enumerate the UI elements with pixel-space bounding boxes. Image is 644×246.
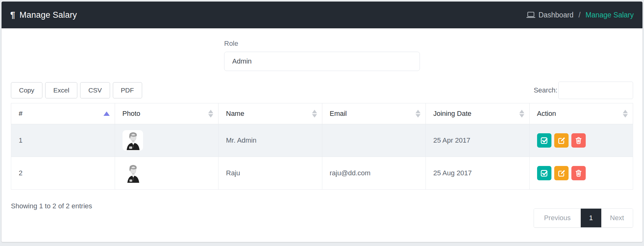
check-square-icon (540, 136, 548, 144)
search-group: Search: (534, 82, 633, 99)
edit-icon (557, 136, 565, 144)
table-row: 1 (11, 124, 633, 157)
breadcrumb-separator: / (577, 11, 582, 19)
current-page-button[interactable]: 1 (581, 209, 601, 227)
trash-icon (574, 136, 583, 144)
cell-joining-date: 25 Aug 2017 (426, 157, 530, 190)
entries-info: Showing 1 to 2 of 2 entries (11, 202, 92, 210)
search-label: Search: (534, 86, 557, 94)
sort-both-icon (519, 110, 524, 118)
pdf-button[interactable]: PDF (113, 82, 142, 98)
laptop-icon (526, 11, 535, 19)
sort-both-icon (208, 110, 213, 118)
role-select-value: Admin (232, 57, 252, 65)
column-header-index[interactable]: # (11, 103, 115, 124)
avatar (123, 163, 143, 183)
delete-button[interactable] (571, 133, 586, 148)
avatar (123, 130, 143, 151)
page-title-group: ¶ Manage Salary (10, 10, 77, 20)
approve-button[interactable] (537, 133, 551, 148)
edit-button[interactable] (554, 133, 569, 148)
cell-email: raju@dd.com (322, 157, 426, 190)
table-toolbar: Copy Excel CSV PDF Search: (11, 82, 633, 99)
excel-button[interactable]: Excel (45, 82, 77, 98)
role-select[interactable]: Admin (224, 52, 420, 71)
breadcrumb-dashboard-link[interactable]: Dashboard (526, 11, 574, 19)
main-card: ¶ Manage Salary Dashboard / Manage Salar… (2, 2, 642, 242)
copy-button[interactable]: Copy (11, 82, 42, 98)
column-header-email[interactable]: Email (322, 103, 426, 124)
sort-both-icon (416, 110, 421, 118)
salary-table: # Photo Name Email (11, 103, 633, 190)
breadcrumb-dashboard-label: Dashboard (538, 11, 574, 19)
page-title: Manage Salary (20, 10, 77, 20)
role-label: Role (224, 40, 420, 48)
sort-asc-icon (103, 111, 110, 116)
cell-index: 1 (11, 124, 115, 157)
table-header-row: # Photo Name Email (11, 103, 633, 124)
delete-button[interactable] (571, 166, 586, 180)
approve-button[interactable] (537, 166, 551, 180)
cell-email (322, 124, 426, 157)
cell-photo (115, 157, 219, 190)
edit-button[interactable] (554, 166, 569, 180)
cell-index: 2 (11, 157, 115, 190)
check-square-icon (540, 169, 548, 177)
paragraph-icon: ¶ (10, 11, 15, 19)
breadcrumb: Dashboard / Manage Salary (526, 11, 634, 19)
breadcrumb-current[interactable]: Manage Salary (585, 11, 634, 19)
role-filter-group: Role Admin (224, 40, 420, 71)
cell-photo (115, 124, 219, 157)
table-row: 2 (11, 157, 633, 190)
sort-both-icon (312, 110, 317, 118)
edit-icon (557, 169, 565, 177)
pagination: Previous 1 Next (534, 208, 633, 228)
trash-icon (574, 169, 583, 177)
column-header-action[interactable]: Action (529, 103, 633, 124)
previous-page-button[interactable]: Previous (534, 209, 581, 227)
export-button-group: Copy Excel CSV PDF (11, 82, 142, 98)
cell-action (529, 157, 633, 190)
cell-name: Mr. Admin (219, 124, 322, 157)
column-header-photo[interactable]: Photo (115, 103, 219, 124)
sort-both-icon (623, 110, 628, 118)
table-footer: Showing 1 to 2 of 2 entries Previous 1 N… (11, 190, 633, 228)
csv-button[interactable]: CSV (80, 82, 110, 98)
page-content: Role Admin Copy Excel CSV PDF Search: (2, 40, 642, 228)
column-header-joining-date[interactable]: Joining Date (426, 103, 530, 124)
column-header-name[interactable]: Name (219, 103, 322, 124)
page-header: ¶ Manage Salary Dashboard / Manage Salar… (2, 2, 642, 28)
search-input[interactable] (558, 82, 633, 99)
cell-name: Raju (219, 157, 322, 190)
next-page-button[interactable]: Next (601, 209, 633, 227)
cell-joining-date: 25 Apr 2017 (426, 124, 530, 157)
cell-action (529, 124, 633, 157)
